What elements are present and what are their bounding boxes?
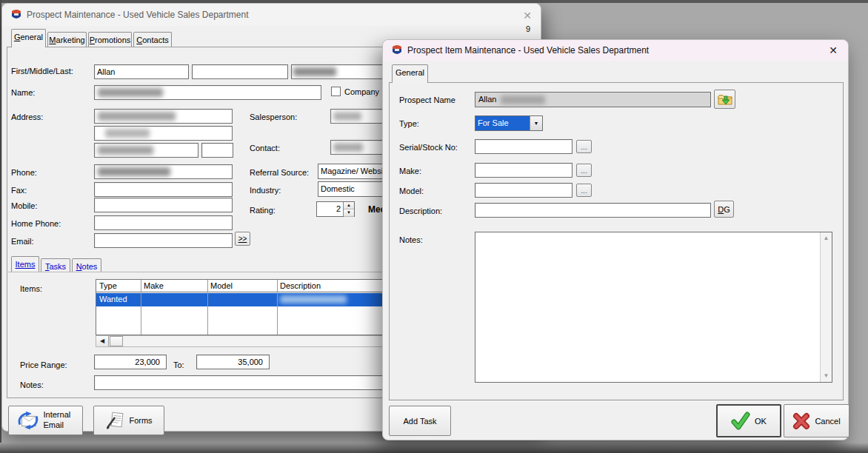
item-description-input[interactable] xyxy=(475,203,711,218)
referral-source-label: Referral Source: xyxy=(250,168,309,177)
subtab-items[interactable]: Items xyxy=(11,256,39,272)
phone-input[interactable] xyxy=(94,164,233,179)
company-label: Company xyxy=(344,87,379,96)
item-notes-textarea[interactable]: ▲ ▼ xyxy=(475,232,832,383)
notes-vscrollbar[interactable]: ▲ ▼ xyxy=(820,232,832,382)
email-input[interactable] xyxy=(94,233,233,248)
forms-button[interactable]: Forms xyxy=(93,406,164,435)
mobile-label: Mobile: xyxy=(11,201,37,210)
first-middle-last-label: First/Middle/Last: xyxy=(11,67,73,76)
items-table[interactable]: Wanted Type Make Model Description xyxy=(96,279,424,335)
items-table-selected-row[interactable]: Wanted xyxy=(96,293,424,306)
col-type: Type xyxy=(99,281,117,290)
type-combo-arrow-icon[interactable]: ▼ xyxy=(530,116,542,130)
make-browse-button[interactable]: ... xyxy=(576,164,592,177)
main-notes-input[interactable] xyxy=(94,375,413,390)
item-model-label: Model: xyxy=(399,187,424,195)
ok-label: OK xyxy=(755,417,767,426)
hscroll-thumb[interactable] xyxy=(110,336,123,346)
cancel-x-icon xyxy=(792,412,810,430)
redacted-prospect-surname xyxy=(501,95,545,104)
internal-email-icon xyxy=(17,411,39,430)
footer-separator xyxy=(389,400,844,401)
table-gridline xyxy=(277,280,278,292)
col-model: Model xyxy=(210,281,233,290)
price-from-input[interactable] xyxy=(94,355,167,369)
rating-spin-up-icon[interactable]: ▲ xyxy=(344,202,354,209)
tab-general-label: General xyxy=(14,33,43,41)
address-line2-input[interactable] xyxy=(94,126,233,141)
redacted-name xyxy=(98,88,163,97)
item-make-label: Make: xyxy=(399,167,421,175)
redacted-suburb xyxy=(98,146,153,155)
email-label: Email: xyxy=(11,237,34,246)
items-table-header: Type Make Model Description xyxy=(96,280,424,292)
prospect-name-label: Prospect Name xyxy=(399,95,455,104)
industry-label: Industry: xyxy=(250,186,281,195)
home-phone-label: Home Phone: xyxy=(11,219,61,228)
scroll-left-icon[interactable]: ◀ xyxy=(96,336,109,346)
scroll-down-icon[interactable]: ▼ xyxy=(821,370,832,382)
rating-spinner[interactable]: 2 ▲ ▼ xyxy=(316,201,355,217)
address-label: Address: xyxy=(11,113,43,121)
serial-stock-label: Serial/Stock No: xyxy=(399,143,458,152)
redacted-description-cell xyxy=(280,295,347,303)
home-phone-input[interactable] xyxy=(94,215,233,230)
ok-button[interactable]: OK xyxy=(716,404,781,437)
add-task-button[interactable]: Add Task xyxy=(389,406,451,436)
table-gridline xyxy=(141,280,141,292)
model-browse-button[interactable]: ... xyxy=(576,184,592,197)
price-to-label: To: xyxy=(173,360,184,369)
item-description-label: Description: xyxy=(399,207,442,215)
referral-source-value: Magazine/ Websi xyxy=(321,167,383,175)
rating-spin-down-icon[interactable]: ▼ xyxy=(344,209,354,217)
scroll-up-icon[interactable]: ▲ xyxy=(821,232,832,244)
serial-browse-button[interactable]: ... xyxy=(576,140,592,153)
make-browse-label: ... xyxy=(581,167,587,175)
address-line1-input[interactable] xyxy=(94,109,233,124)
email-expand-button[interactable]: >> xyxy=(235,232,250,246)
subtab-tasks[interactable]: Tasks xyxy=(41,258,70,272)
dg-button-label: DG xyxy=(718,205,730,214)
subtab-notes[interactable]: Notes xyxy=(72,258,101,272)
address-suburb-input[interactable] xyxy=(94,143,198,158)
middle-name-input[interactable] xyxy=(192,64,288,79)
internal-email-button[interactable]: Internal Email xyxy=(8,406,83,435)
name-input[interactable] xyxy=(94,85,321,100)
desktop-edge-bottom xyxy=(0,443,868,453)
item-make-input[interactable] xyxy=(475,163,572,178)
prospect-name-value: Allan xyxy=(478,95,496,104)
type-label: Type: xyxy=(399,119,419,128)
tab-general[interactable]: General xyxy=(11,29,46,47)
price-to-input[interactable] xyxy=(196,355,270,369)
rating-label: Rating: xyxy=(250,206,276,215)
item-tab-general-label: General xyxy=(395,68,424,77)
redacted-address1 xyxy=(98,112,176,121)
fax-input[interactable] xyxy=(94,182,233,197)
item-model-input[interactable] xyxy=(475,183,572,198)
model-browse-label: ... xyxy=(581,187,587,195)
rating-value: 2 xyxy=(336,204,341,213)
mobile-input[interactable] xyxy=(94,198,233,212)
forms-label: Forms xyxy=(129,416,152,425)
item-tab-general[interactable]: General xyxy=(392,64,428,83)
items-table-hscrollbar[interactable]: ◀ xyxy=(96,335,424,347)
cancel-button[interactable]: Cancel xyxy=(784,404,849,437)
company-checkbox[interactable] xyxy=(331,87,341,96)
subtab-notes-label: Notes xyxy=(76,262,98,271)
contact-label: Contact: xyxy=(250,144,280,152)
item-notes-label: Notes: xyxy=(399,235,423,244)
redacted-contact xyxy=(333,143,363,152)
industry-value: Domestic xyxy=(321,184,355,193)
col-make: Make xyxy=(144,281,164,290)
first-name-input[interactable] xyxy=(94,64,189,79)
address-postcode-input[interactable] xyxy=(201,143,233,158)
type-combo[interactable]: For Sale ▼ xyxy=(475,115,543,131)
select-prospect-button[interactable] xyxy=(714,90,735,109)
fax-label: Fax: xyxy=(11,186,27,195)
folder-download-icon xyxy=(718,93,732,106)
dg-button[interactable]: DG xyxy=(714,201,734,218)
redacted-last-name xyxy=(293,67,336,76)
price-range-label: Price Range: xyxy=(20,360,67,369)
serial-stock-input[interactable] xyxy=(475,139,572,154)
